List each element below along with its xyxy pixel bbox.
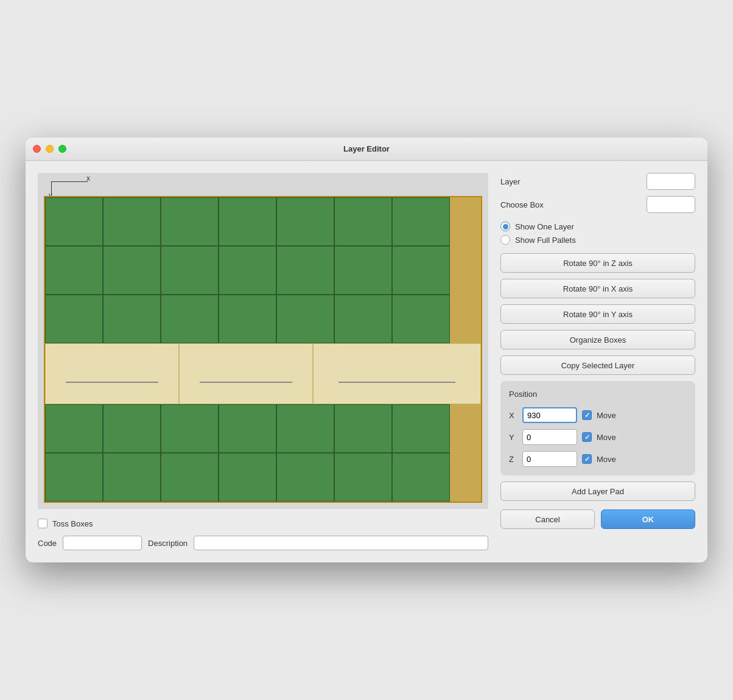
green-cell: [161, 295, 219, 343]
x-move-checkbox[interactable]: [582, 410, 592, 420]
green-cell: [219, 404, 276, 453]
green-cell: [276, 404, 334, 453]
bottom-section: Toss Boxes Code Description: [38, 519, 488, 550]
code-input[interactable]: [63, 536, 142, 550]
green-cell: [276, 295, 334, 343]
green-cell: [334, 197, 392, 246]
green-cell: [334, 404, 392, 453]
grid-row-1: [45, 197, 481, 246]
green-cell: [161, 246, 219, 295]
radio-selected-indicator: [503, 224, 508, 229]
maximize-button[interactable]: [58, 145, 66, 153]
green-cell: [45, 197, 103, 246]
ok-button[interactable]: OK: [601, 509, 695, 529]
toss-boxes-row: Toss Boxes: [38, 519, 488, 528]
beige-cell: [313, 343, 481, 404]
cancel-button[interactable]: Cancel: [500, 509, 595, 529]
layer-row: Layer ▲ ▼: [500, 173, 695, 190]
pallet-grid: [44, 196, 482, 503]
green-cell: [45, 404, 103, 453]
show-full-pallets-radio[interactable]: [500, 235, 510, 245]
green-cell: [161, 404, 219, 453]
green-cell: [45, 453, 103, 502]
choose-box-row: Choose Box ▲ ▼: [500, 196, 695, 213]
green-cell: [334, 453, 392, 502]
minimize-button[interactable]: [46, 145, 54, 153]
toss-boxes-label: Toss Boxes: [52, 519, 93, 528]
z-move-label: Move: [597, 455, 616, 464]
y-axis-label: Y: [509, 433, 517, 442]
description-input[interactable]: [194, 536, 488, 550]
canvas-area: x y: [38, 173, 488, 509]
y-move-checkbox[interactable]: [582, 432, 592, 442]
copy-selected-layer-button[interactable]: Copy Selected Layer: [500, 355, 695, 375]
z-axis-label: Z: [509, 455, 517, 464]
green-cell: [219, 453, 276, 502]
toss-boxes-checkbox[interactable]: [38, 519, 47, 528]
green-cell: [392, 295, 450, 343]
green-cell: [276, 453, 334, 502]
grid-row-5: [45, 404, 481, 453]
green-cell: [392, 246, 450, 295]
green-cell: [103, 197, 161, 246]
main-window: Layer Editor x y: [26, 138, 707, 562]
grid-row-3: [45, 295, 481, 343]
traffic-lights: [33, 145, 66, 153]
code-row: Code Description: [38, 536, 488, 550]
green-cell: [161, 197, 219, 246]
titlebar: Layer Editor: [26, 138, 707, 161]
y-position-input[interactable]: [522, 429, 577, 445]
window-title: Layer Editor: [343, 144, 390, 153]
green-cell: [219, 295, 276, 343]
add-layer-pad-button[interactable]: Add Layer Pad: [500, 481, 695, 501]
grid-row-6: [45, 453, 481, 502]
show-one-layer-label: Show One Layer: [515, 222, 574, 231]
beige-cell: [179, 343, 313, 404]
green-cell: [392, 404, 450, 453]
x-position-input[interactable]: [522, 407, 577, 423]
code-label: Code: [38, 539, 57, 548]
layer-spinner[interactable]: ▲ ▼: [647, 173, 695, 190]
green-cell: [392, 453, 450, 502]
position-z-row: Z Move: [509, 451, 687, 467]
green-cell: [392, 197, 450, 246]
z-move-checkbox[interactable]: [582, 454, 592, 464]
position-title: Position: [509, 390, 687, 399]
rotate-z-button[interactable]: Rotate 90° in Z axis: [500, 253, 695, 273]
close-button[interactable]: [33, 145, 41, 153]
grid-row-beige: [45, 343, 481, 404]
choose-box-value[interactable]: [647, 200, 695, 209]
choose-box-label: Choose Box: [500, 200, 544, 209]
beige-line: [66, 382, 159, 383]
green-cell: [45, 295, 103, 343]
rotate-x-button[interactable]: Rotate 90° in X axis: [500, 279, 695, 298]
green-cell: [334, 246, 392, 295]
show-full-pallets-radio-row[interactable]: Show Full Pallets: [500, 235, 695, 245]
axis-line-horizontal: [51, 181, 88, 182]
x-move-label: Move: [597, 411, 616, 420]
beige-cell: [45, 343, 179, 404]
beige-line: [338, 382, 455, 383]
show-one-layer-radio-row[interactable]: Show One Layer: [500, 222, 695, 231]
show-full-pallets-label: Show Full Pallets: [515, 236, 576, 245]
left-panel: x y: [38, 173, 488, 550]
show-one-layer-radio[interactable]: [500, 222, 510, 231]
organize-boxes-button[interactable]: Organize Boxes: [500, 330, 695, 349]
axis-x-label: x: [86, 174, 90, 183]
green-cell: [103, 295, 161, 343]
green-cell: [334, 295, 392, 343]
green-cell: [103, 453, 161, 502]
y-move-label: Move: [597, 433, 616, 442]
layer-value[interactable]: [647, 177, 695, 186]
layer-label: Layer: [500, 177, 521, 186]
z-position-input[interactable]: [522, 451, 577, 467]
green-cell: [161, 453, 219, 502]
right-panel: Layer ▲ ▼ Choose Box ▲ ▼: [500, 173, 695, 550]
choose-box-spinner[interactable]: ▲ ▼: [647, 196, 695, 213]
bottom-buttons: Cancel OK: [500, 509, 695, 529]
green-cell: [276, 197, 334, 246]
green-cell: [219, 246, 276, 295]
position-box: Position X Move Y Move Z: [500, 381, 695, 475]
rotate-y-button[interactable]: Rotate 90° in Y axis: [500, 304, 695, 324]
description-label: Description: [148, 539, 188, 548]
